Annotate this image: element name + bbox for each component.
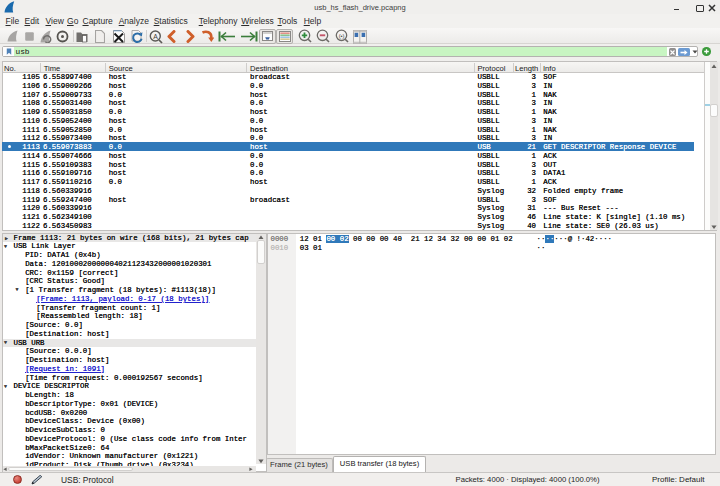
svg-text:(•): (•) — [339, 33, 345, 39]
svg-text:A: A — [153, 32, 158, 39]
